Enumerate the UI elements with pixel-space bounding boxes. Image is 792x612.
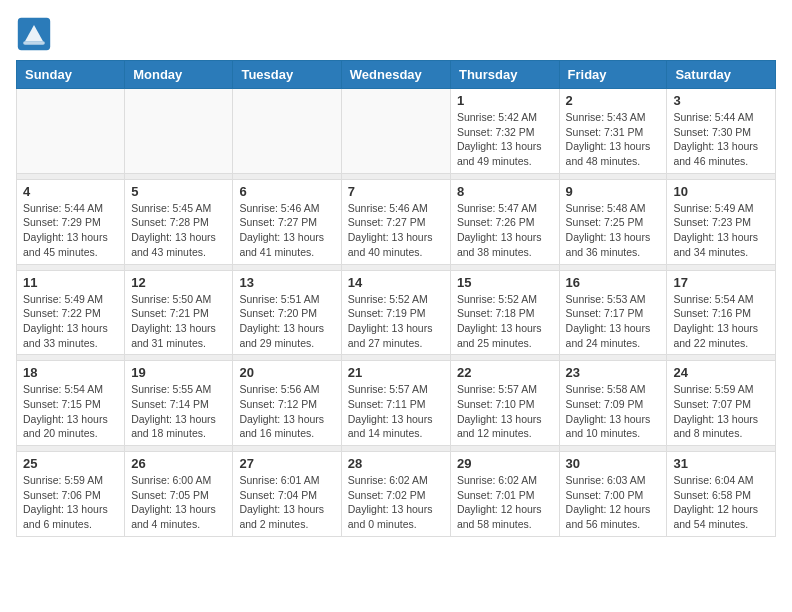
day-detail: Sunrise: 5:58 AMSunset: 7:09 PMDaylight:… — [566, 382, 661, 441]
day-detail: Sunrise: 6:00 AMSunset: 7:05 PMDaylight:… — [131, 473, 226, 532]
day-detail: Sunrise: 5:45 AMSunset: 7:28 PMDaylight:… — [131, 201, 226, 260]
day-detail: Sunrise: 5:46 AMSunset: 7:27 PMDaylight:… — [239, 201, 334, 260]
day-number: 21 — [348, 365, 444, 380]
day-detail: Sunrise: 6:03 AMSunset: 7:00 PMDaylight:… — [566, 473, 661, 532]
calendar-cell: 11Sunrise: 5:49 AMSunset: 7:22 PMDayligh… — [17, 270, 125, 355]
day-detail: Sunrise: 5:59 AMSunset: 7:07 PMDaylight:… — [673, 382, 769, 441]
day-number: 17 — [673, 275, 769, 290]
day-number: 24 — [673, 365, 769, 380]
weekday-header: Saturday — [667, 61, 776, 89]
day-number: 18 — [23, 365, 118, 380]
day-detail: Sunrise: 5:47 AMSunset: 7:26 PMDaylight:… — [457, 201, 553, 260]
day-number: 11 — [23, 275, 118, 290]
day-number: 10 — [673, 184, 769, 199]
calendar-cell: 7Sunrise: 5:46 AMSunset: 7:27 PMDaylight… — [341, 179, 450, 264]
calendar-cell: 4Sunrise: 5:44 AMSunset: 7:29 PMDaylight… — [17, 179, 125, 264]
day-detail: Sunrise: 5:52 AMSunset: 7:19 PMDaylight:… — [348, 292, 444, 351]
day-number: 28 — [348, 456, 444, 471]
day-number: 15 — [457, 275, 553, 290]
day-number: 29 — [457, 456, 553, 471]
day-number: 4 — [23, 184, 118, 199]
logo-icon — [16, 16, 52, 52]
calendar-cell: 13Sunrise: 5:51 AMSunset: 7:20 PMDayligh… — [233, 270, 341, 355]
calendar-cell — [125, 89, 233, 174]
weekday-header: Sunday — [17, 61, 125, 89]
day-detail: Sunrise: 6:02 AMSunset: 7:02 PMDaylight:… — [348, 473, 444, 532]
day-number: 2 — [566, 93, 661, 108]
calendar-cell: 1Sunrise: 5:42 AMSunset: 7:32 PMDaylight… — [450, 89, 559, 174]
calendar-cell — [341, 89, 450, 174]
calendar-cell — [233, 89, 341, 174]
day-detail: Sunrise: 5:57 AMSunset: 7:10 PMDaylight:… — [457, 382, 553, 441]
calendar-cell: 2Sunrise: 5:43 AMSunset: 7:31 PMDaylight… — [559, 89, 667, 174]
day-detail: Sunrise: 6:02 AMSunset: 7:01 PMDaylight:… — [457, 473, 553, 532]
calendar-week-row: 1Sunrise: 5:42 AMSunset: 7:32 PMDaylight… — [17, 89, 776, 174]
day-detail: Sunrise: 5:57 AMSunset: 7:11 PMDaylight:… — [348, 382, 444, 441]
day-number: 9 — [566, 184, 661, 199]
day-number: 30 — [566, 456, 661, 471]
calendar-cell: 31Sunrise: 6:04 AMSunset: 6:58 PMDayligh… — [667, 452, 776, 537]
day-number: 1 — [457, 93, 553, 108]
calendar-week-row: 4Sunrise: 5:44 AMSunset: 7:29 PMDaylight… — [17, 179, 776, 264]
weekday-header: Wednesday — [341, 61, 450, 89]
day-detail: Sunrise: 5:54 AMSunset: 7:15 PMDaylight:… — [23, 382, 118, 441]
day-detail: Sunrise: 5:51 AMSunset: 7:20 PMDaylight:… — [239, 292, 334, 351]
calendar-cell: 23Sunrise: 5:58 AMSunset: 7:09 PMDayligh… — [559, 361, 667, 446]
header — [16, 16, 776, 52]
weekday-header: Thursday — [450, 61, 559, 89]
calendar-week-row: 25Sunrise: 5:59 AMSunset: 7:06 PMDayligh… — [17, 452, 776, 537]
calendar-header-row: SundayMondayTuesdayWednesdayThursdayFrid… — [17, 61, 776, 89]
day-detail: Sunrise: 5:43 AMSunset: 7:31 PMDaylight:… — [566, 110, 661, 169]
calendar-cell: 16Sunrise: 5:53 AMSunset: 7:17 PMDayligh… — [559, 270, 667, 355]
day-number: 22 — [457, 365, 553, 380]
calendar-cell: 26Sunrise: 6:00 AMSunset: 7:05 PMDayligh… — [125, 452, 233, 537]
day-detail: Sunrise: 5:42 AMSunset: 7:32 PMDaylight:… — [457, 110, 553, 169]
day-detail: Sunrise: 5:50 AMSunset: 7:21 PMDaylight:… — [131, 292, 226, 351]
day-detail: Sunrise: 6:01 AMSunset: 7:04 PMDaylight:… — [239, 473, 334, 532]
day-number: 26 — [131, 456, 226, 471]
day-number: 20 — [239, 365, 334, 380]
day-detail: Sunrise: 5:49 AMSunset: 7:22 PMDaylight:… — [23, 292, 118, 351]
calendar-cell: 20Sunrise: 5:56 AMSunset: 7:12 PMDayligh… — [233, 361, 341, 446]
svg-rect-2 — [23, 41, 45, 45]
calendar-cell: 15Sunrise: 5:52 AMSunset: 7:18 PMDayligh… — [450, 270, 559, 355]
day-number: 25 — [23, 456, 118, 471]
day-detail: Sunrise: 5:55 AMSunset: 7:14 PMDaylight:… — [131, 382, 226, 441]
calendar-cell: 19Sunrise: 5:55 AMSunset: 7:14 PMDayligh… — [125, 361, 233, 446]
calendar-cell: 5Sunrise: 5:45 AMSunset: 7:28 PMDaylight… — [125, 179, 233, 264]
day-number: 3 — [673, 93, 769, 108]
calendar-table: SundayMondayTuesdayWednesdayThursdayFrid… — [16, 60, 776, 537]
calendar-cell: 12Sunrise: 5:50 AMSunset: 7:21 PMDayligh… — [125, 270, 233, 355]
day-detail: Sunrise: 5:49 AMSunset: 7:23 PMDaylight:… — [673, 201, 769, 260]
logo — [16, 16, 56, 52]
calendar-week-row: 18Sunrise: 5:54 AMSunset: 7:15 PMDayligh… — [17, 361, 776, 446]
weekday-header: Friday — [559, 61, 667, 89]
weekday-header: Monday — [125, 61, 233, 89]
calendar-cell: 9Sunrise: 5:48 AMSunset: 7:25 PMDaylight… — [559, 179, 667, 264]
calendar-cell: 6Sunrise: 5:46 AMSunset: 7:27 PMDaylight… — [233, 179, 341, 264]
day-detail: Sunrise: 5:48 AMSunset: 7:25 PMDaylight:… — [566, 201, 661, 260]
calendar-cell: 30Sunrise: 6:03 AMSunset: 7:00 PMDayligh… — [559, 452, 667, 537]
day-number: 14 — [348, 275, 444, 290]
calendar-cell: 28Sunrise: 6:02 AMSunset: 7:02 PMDayligh… — [341, 452, 450, 537]
day-number: 12 — [131, 275, 226, 290]
day-number: 23 — [566, 365, 661, 380]
day-number: 5 — [131, 184, 226, 199]
day-number: 31 — [673, 456, 769, 471]
calendar-cell: 10Sunrise: 5:49 AMSunset: 7:23 PMDayligh… — [667, 179, 776, 264]
calendar-cell: 14Sunrise: 5:52 AMSunset: 7:19 PMDayligh… — [341, 270, 450, 355]
weekday-header: Tuesday — [233, 61, 341, 89]
day-detail: Sunrise: 5:52 AMSunset: 7:18 PMDaylight:… — [457, 292, 553, 351]
day-number: 19 — [131, 365, 226, 380]
day-number: 7 — [348, 184, 444, 199]
calendar-cell: 22Sunrise: 5:57 AMSunset: 7:10 PMDayligh… — [450, 361, 559, 446]
calendar-cell: 8Sunrise: 5:47 AMSunset: 7:26 PMDaylight… — [450, 179, 559, 264]
calendar-week-row: 11Sunrise: 5:49 AMSunset: 7:22 PMDayligh… — [17, 270, 776, 355]
calendar-cell: 3Sunrise: 5:44 AMSunset: 7:30 PMDaylight… — [667, 89, 776, 174]
day-detail: Sunrise: 5:59 AMSunset: 7:06 PMDaylight:… — [23, 473, 118, 532]
day-detail: Sunrise: 6:04 AMSunset: 6:58 PMDaylight:… — [673, 473, 769, 532]
day-number: 13 — [239, 275, 334, 290]
day-number: 6 — [239, 184, 334, 199]
day-detail: Sunrise: 5:53 AMSunset: 7:17 PMDaylight:… — [566, 292, 661, 351]
calendar-cell: 29Sunrise: 6:02 AMSunset: 7:01 PMDayligh… — [450, 452, 559, 537]
